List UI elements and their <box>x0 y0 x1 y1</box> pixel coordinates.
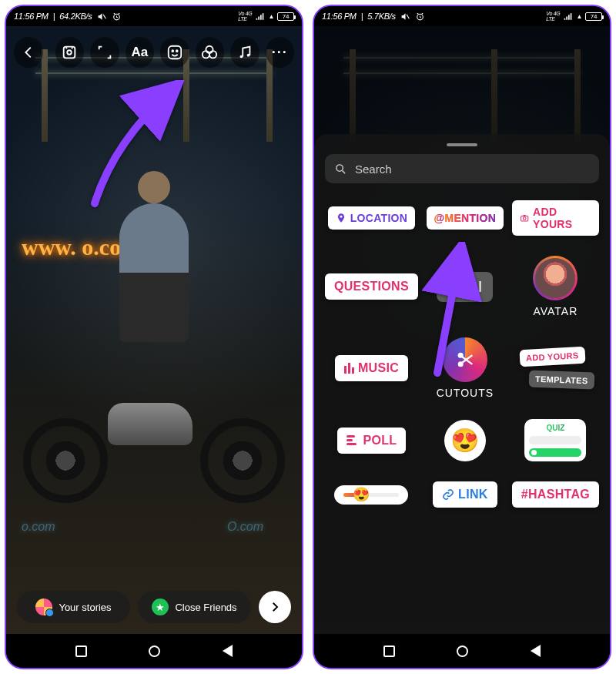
editor-toolbar: Aa ··· <box>14 37 294 68</box>
svg-line-15 <box>343 170 346 173</box>
heart-eyes-emoji-icon: 😍 <box>353 486 370 503</box>
status-net-speed: 64.2KB/s <box>59 12 92 21</box>
battery-indicator: 74 <box>585 12 602 21</box>
svg-line-20 <box>457 288 460 291</box>
svg-line-12 <box>407 14 409 18</box>
close-friends-icon: ★ <box>152 599 169 615</box>
story-photo: www. o.com o.com O.com <box>6 26 302 634</box>
crop-button[interactable] <box>90 37 119 68</box>
alarm-icon <box>112 12 122 22</box>
search-icon <box>334 163 347 176</box>
story-canvas-dimmed: Search LOCATION @MENTION ADD YOURS QUEST… <box>314 26 610 634</box>
scissors-icon <box>443 337 487 382</box>
recent-apps-button[interactable] <box>383 645 395 657</box>
your-stories-button[interactable]: Your stories <box>17 591 130 623</box>
sticker-tray[interactable]: Search LOCATION @MENTION ADD YOURS QUEST… <box>314 134 610 634</box>
svg-point-11 <box>247 54 250 57</box>
close-friends-label: Close Friends <box>175 602 236 613</box>
status-bar: 11:56 PM | 64.2KB/s Vo 4GLTE ▲ 74 <box>6 6 302 26</box>
sticker-cutouts[interactable]: CUTOUTS <box>437 337 494 399</box>
svg-point-10 <box>239 55 243 59</box>
close-friends-button[interactable]: ★ Close Friends <box>138 591 251 623</box>
more-button[interactable]: ··· <box>266 37 295 68</box>
sticker-slider[interactable]: 😍 <box>334 485 408 505</box>
search-placeholder: Search <box>355 163 392 176</box>
signal-icon <box>563 12 573 22</box>
sticker-templates[interactable]: ADD YOURS TEMPLATES <box>517 348 594 388</box>
status-net-speed: 5.7KB/s <box>367 12 395 21</box>
pin-icon <box>336 213 346 223</box>
home-button[interactable] <box>149 645 160 657</box>
sticker-button[interactable] <box>160 37 189 68</box>
phone-right-sticker-tray: 11:56 PM | 5.7KB/s Vo 4GLTE ▲ 74 Search <box>313 5 611 669</box>
status-bar: 11:56 PM | 5.7KB/s Vo 4GLTE ▲ 74 <box>314 6 610 26</box>
alarm-icon <box>415 12 425 22</box>
sticker-poll[interactable]: POLL <box>337 428 407 454</box>
sticker-grid: LOCATION @MENTION ADD YOURS QUESTIONS GI <box>325 200 599 508</box>
svg-rect-4 <box>169 46 182 59</box>
sticker-location[interactable]: LOCATION <box>328 206 415 230</box>
svg-line-0 <box>103 14 105 18</box>
sticker-gif[interactable]: GI <box>437 272 493 302</box>
sticker-add-yours[interactable]: ADD YOURS <box>512 200 599 236</box>
back-button[interactable] <box>14 37 43 68</box>
music-button[interactable] <box>230 37 259 68</box>
effects-button[interactable] <box>196 37 225 68</box>
share-bar: Your stories ★ Close Friends <box>17 591 291 623</box>
heart-eyes-emoji-icon: 😍 <box>450 427 479 454</box>
sticker-avatar[interactable]: AVATAR <box>533 256 578 317</box>
sticker-music[interactable]: MUSIC <box>335 355 408 381</box>
status-time: 11:56 PM <box>14 12 49 21</box>
svg-point-5 <box>172 50 173 52</box>
sticker-mention[interactable]: @MENTION <box>427 206 504 230</box>
svg-point-6 <box>176 50 178 52</box>
back-nav-button[interactable] <box>223 645 233 657</box>
sticker-questions[interactable]: QUESTIONS <box>325 273 418 300</box>
status-time: 11:56 PM <box>322 12 357 21</box>
svg-point-18 <box>523 217 526 220</box>
battery-indicator: 74 <box>277 12 294 21</box>
svg-point-14 <box>336 164 343 171</box>
sticker-emoji[interactable]: 😍 <box>444 420 486 461</box>
signal-icon <box>255 12 265 22</box>
chevron-right-icon <box>268 600 282 614</box>
reflection-text: o.com <box>22 520 55 534</box>
mute-icon <box>97 12 107 22</box>
drag-handle[interactable] <box>447 143 477 146</box>
sticker-link[interactable]: LINK <box>433 481 497 508</box>
android-nav-bar <box>6 634 302 668</box>
boomerang-button[interactable] <box>55 37 85 68</box>
link-icon <box>442 488 454 501</box>
svg-point-3 <box>68 50 72 55</box>
equalizer-icon <box>344 363 354 374</box>
android-nav-bar <box>314 634 610 668</box>
motorcycle <box>31 387 277 503</box>
poll-bars-icon <box>346 435 357 445</box>
person-silhouette <box>119 203 189 342</box>
svg-point-8 <box>203 51 209 58</box>
home-button[interactable] <box>457 645 468 657</box>
sticker-hashtag[interactable]: #HASHTAG <box>512 481 599 508</box>
text-button[interactable]: Aa <box>126 37 155 68</box>
avatar-icon <box>533 256 578 300</box>
reflection-text: O.com <box>227 520 263 534</box>
sticker-search[interactable]: Search <box>325 154 599 183</box>
phone-left-story-editor: 11:56 PM | 64.2KB/s Vo 4GLTE ▲ 74 www. o… <box>5 5 303 669</box>
sticker-quiz[interactable]: QUIZ <box>524 419 586 461</box>
camera-icon <box>520 213 529 223</box>
svg-point-9 <box>209 51 216 58</box>
your-stories-label: Your stories <box>59 602 111 613</box>
story-avatar-icon <box>35 599 52 615</box>
search-icon <box>447 280 461 293</box>
back-nav-button[interactable] <box>531 645 541 657</box>
svg-point-7 <box>206 46 213 53</box>
svg-rect-2 <box>64 47 75 59</box>
story-canvas[interactable]: www. o.com o.com O.com Aa <box>6 26 302 634</box>
svg-point-19 <box>450 282 457 289</box>
mute-icon <box>400 12 410 22</box>
next-button[interactable] <box>259 591 291 623</box>
recent-apps-button[interactable] <box>75 645 87 657</box>
svg-point-16 <box>340 216 342 218</box>
